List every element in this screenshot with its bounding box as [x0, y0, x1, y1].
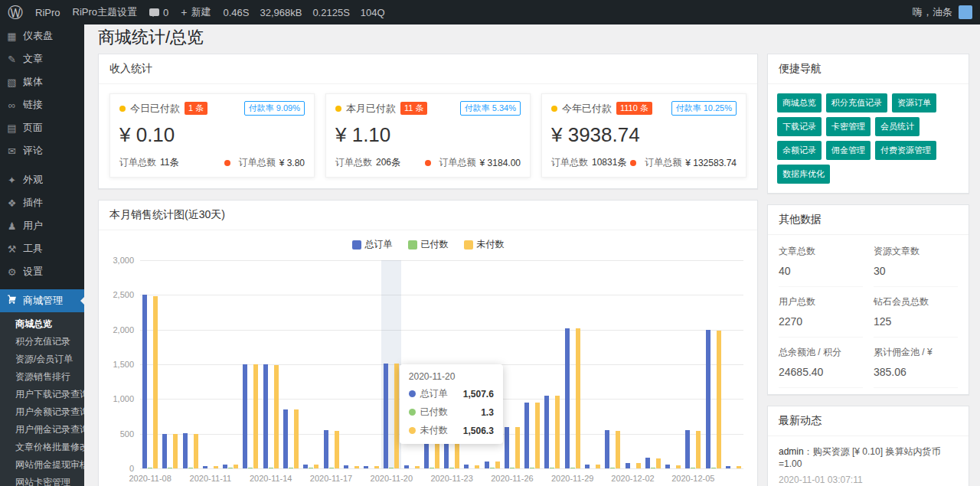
bar-已付数[interactable] [329, 468, 334, 468]
bar-未付数[interactable] [153, 296, 158, 468]
bar-未付数[interactable] [616, 431, 620, 468]
bar-未付数[interactable] [294, 409, 299, 468]
bar-已付数[interactable] [490, 468, 495, 468]
bar-总订单[interactable] [585, 465, 590, 468]
bar-已付数[interactable] [691, 468, 695, 468]
shop-submenu-item[interactable]: 资源/会员订单 [0, 351, 84, 368]
sidebar-item-user[interactable]: ♟用户 [0, 214, 84, 237]
quick-nav-button[interactable]: 余额记录 [777, 141, 822, 160]
bar-未付数[interactable] [696, 431, 701, 468]
sidebar-item-page[interactable]: ▤页面 [0, 116, 84, 139]
bar-未付数[interactable] [596, 465, 600, 468]
quick-nav-button[interactable]: 付费资源管理 [875, 141, 936, 160]
shop-submenu-item[interactable]: 资源销售排行 [0, 368, 84, 386]
bar-已付数[interactable] [430, 468, 434, 468]
bar-总订单[interactable] [726, 466, 730, 468]
bar-总订单[interactable] [223, 465, 227, 468]
bar-总订单[interactable] [626, 463, 630, 468]
bar-已付数[interactable] [248, 468, 253, 468]
bar-未付数[interactable] [415, 466, 420, 468]
bar-总订单[interactable] [565, 328, 570, 468]
bar-总订单[interactable] [685, 430, 690, 468]
bar-总订单[interactable] [263, 364, 268, 468]
quick-nav-button[interactable]: 资源订单 [892, 93, 936, 113]
bar-未付数[interactable] [636, 463, 641, 468]
bar-总订单[interactable] [364, 466, 368, 468]
bar-总订单[interactable] [505, 427, 509, 468]
shop-submenu-item[interactable]: 商城总览 [0, 315, 84, 333]
bar-未付数[interactable] [515, 427, 520, 468]
quick-nav-button[interactable]: 积分充值记录 [826, 93, 887, 113]
shop-submenu-item[interactable]: 用户佣金记录查询 [0, 421, 84, 439]
bar-总订单[interactable] [485, 462, 489, 468]
user-avatar[interactable] [959, 5, 972, 19]
bar-未付数[interactable] [555, 396, 560, 468]
shop-submenu-item[interactable]: 文章价格批量修改 [0, 439, 84, 456]
sidebar-item-plugin[interactable]: ❖插件 [0, 191, 84, 214]
bar-总订单[interactable] [524, 403, 529, 468]
sidebar-item-link[interactable]: ∞链接 [0, 93, 84, 116]
new-content-button[interactable]: +新建 [181, 5, 211, 19]
bar-已付数[interactable] [651, 468, 655, 468]
shop-submenu-item[interactable]: 积分充值记录 [0, 333, 84, 351]
bar-未付数[interactable] [495, 462, 500, 468]
bar-已付数[interactable] [269, 468, 273, 468]
quick-nav-button[interactable]: 佣金管理 [826, 141, 871, 160]
bar-已付数[interactable] [148, 468, 152, 468]
legend-item[interactable]: 未付数 [464, 238, 505, 251]
bar-总订单[interactable] [303, 465, 308, 468]
bar-已付数[interactable] [570, 468, 575, 468]
bar-总订单[interactable] [324, 430, 328, 468]
bar-未付数[interactable] [374, 466, 379, 468]
bar-未付数[interactable] [475, 465, 479, 468]
bar-未付数[interactable] [214, 466, 218, 468]
shop-submenu-item[interactable]: 用户余额记录查询 [0, 403, 84, 421]
bar-已付数[interactable] [389, 468, 394, 468]
sidebar-item-dashboard[interactable]: ▦仪表盘 [0, 24, 84, 47]
bar-已付数[interactable] [228, 468, 233, 468]
bar-未付数[interactable] [253, 364, 258, 468]
sidebar-item-appearance[interactable]: ✦外观 [0, 168, 84, 191]
bar-已付数[interactable] [711, 468, 716, 468]
bar-总订单[interactable] [706, 330, 710, 468]
bar-未付数[interactable] [335, 431, 339, 468]
bar-已付数[interactable] [550, 468, 554, 468]
bar-未付数[interactable] [354, 466, 359, 468]
bar-已付数[interactable] [510, 468, 514, 468]
quick-nav-button[interactable]: 会员统计 [875, 117, 920, 136]
bar-未付数[interactable] [234, 465, 238, 468]
bar-未付数[interactable] [194, 434, 198, 468]
bar-总订单[interactable] [344, 465, 348, 468]
bar-总订单[interactable] [645, 458, 650, 468]
shop-submenu-item[interactable]: 用户下载记录查询 [0, 386, 84, 403]
bar-未付数[interactable] [314, 465, 318, 468]
bar-已付数[interactable] [530, 468, 534, 468]
bar-未付数[interactable] [656, 458, 661, 468]
shop-submenu-item[interactable]: 网站佣金提现审核 [0, 456, 84, 474]
bar-未付数[interactable] [576, 328, 580, 468]
bar-已付数[interactable] [188, 468, 193, 468]
bar-总订单[interactable] [384, 364, 388, 468]
sidebar-item-tools[interactable]: ⚒工具 [0, 237, 84, 260]
sidebar-item-settings[interactable]: ⚙设置 [0, 260, 84, 283]
bar-总订单[interactable] [544, 396, 549, 468]
sidebar-item-post[interactable]: ✎文章 [0, 47, 84, 70]
bar-未付数[interactable] [676, 465, 681, 468]
quick-nav-button[interactable]: 卡密管理 [826, 117, 871, 136]
sidebar-item-media[interactable]: ▧媒体 [0, 70, 84, 93]
wordpress-logo-icon[interactable]: Ⓦ [8, 5, 23, 20]
bar-已付数[interactable] [168, 468, 172, 468]
sidebar-item-shop-manage[interactable]: 商城管理 [0, 289, 84, 312]
quick-nav-button[interactable]: 商城总览 [777, 93, 822, 113]
quick-nav-button[interactable]: 数据库优化 [777, 165, 830, 184]
bar-总订单[interactable] [665, 465, 670, 468]
bar-未付数[interactable] [394, 364, 399, 468]
bar-未付数[interactable] [717, 331, 721, 468]
bar-已付数[interactable] [449, 468, 454, 468]
site-name-link[interactable]: RiPro [35, 7, 60, 18]
quick-nav-button[interactable]: 下载记录 [777, 117, 822, 136]
bar-未付数[interactable] [274, 365, 279, 468]
user-greeting[interactable]: 嗨，油条 [913, 5, 952, 19]
bar-已付数[interactable] [610, 468, 615, 468]
comments-link[interactable]: 0 [149, 7, 168, 18]
